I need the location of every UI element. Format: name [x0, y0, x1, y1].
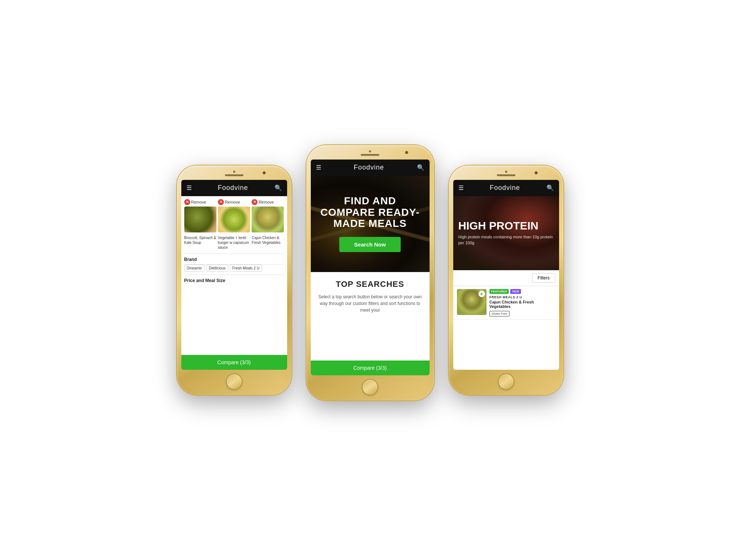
- meal-name-1: Broccoli, Spinach & Kale Soup: [184, 235, 216, 250]
- meal-thumb-3: [252, 207, 284, 232]
- phone-bottom-center: [306, 375, 434, 400]
- meal-card-name: Cajun Chicken & Fresh Vegetables: [490, 300, 555, 309]
- remove-label-1: Remove: [191, 200, 206, 204]
- app-title-right: Foodvine: [490, 184, 520, 192]
- screen-right: ☰ Foodvine 🔍 HIGH PROTEIN High protein m…: [453, 180, 559, 370]
- top-searches-section: TOP SEARCHES Select a top search button …: [311, 272, 430, 361]
- search-icon-left[interactable]: 🔍: [275, 184, 282, 191]
- tag-new: NEW: [510, 289, 521, 294]
- meal-name-2: Vegetable + lentil burger w capsicum sau…: [218, 235, 250, 250]
- home-button-center[interactable]: [362, 379, 378, 395]
- remove-label-2: Remove: [225, 200, 240, 204]
- top-searches-desc: Select a top search button below or sear…: [317, 294, 424, 313]
- phone-right: ☰ Foodvine 🔍 HIGH PROTEIN High protein m…: [449, 165, 564, 395]
- app-header-center: ☰ Foodvine 🔍: [311, 160, 430, 176]
- meal-card-image: +: [457, 289, 487, 315]
- filters-button[interactable]: Filters: [532, 273, 555, 283]
- hamburger-icon-left[interactable]: ☰: [186, 184, 192, 191]
- app-title-center: Foodvine: [354, 164, 384, 171]
- camera-left: [263, 171, 266, 174]
- screen-wrapper-right: ☰ Foodvine 🔍 HIGH PROTEIN High protein m…: [453, 180, 559, 370]
- remove-x-1: ✕: [184, 199, 190, 205]
- remove-row: ✕ Remove ✕ Remove ✕ Remove: [181, 196, 287, 207]
- meal-card-brand: FRESH MEALS 2 U: [490, 295, 555, 299]
- phone-bottom-right: [449, 370, 564, 395]
- tag-featured: FEATURED: [490, 289, 509, 294]
- top-searches-title: TOP SEARCHES: [317, 279, 424, 289]
- meal-card-tags: FEATURED NEW: [490, 289, 555, 294]
- brand-section-label: Brand: [181, 254, 287, 264]
- brand-tag-1[interactable]: Dineamic: [184, 265, 205, 272]
- hero-subtitle-right: High protein meals containing more than …: [458, 234, 554, 246]
- remove-btn-2[interactable]: ✕ Remove: [218, 199, 250, 205]
- filters-bar: Filters: [453, 270, 559, 286]
- hero-title-center: FIND AND COMPARE READY-MADE MEALS: [318, 195, 422, 229]
- meal-names-row: Broccoli, Spinach & Kale Soup Vegetable …: [181, 235, 287, 254]
- speaker-bar-center: [361, 154, 379, 156]
- meal-card-right: + FEATURED NEW FRESH MEALS 2 U Cajun Chi…: [453, 286, 559, 320]
- screen-center: ☰ Foodvine 🔍 FIND AND COMPARE READY-MADE…: [311, 160, 430, 375]
- plus-badge[interactable]: +: [478, 291, 485, 297]
- phone-bottom-left: [177, 370, 292, 395]
- compare-bar-left[interactable]: Compare (3/3): [181, 355, 287, 370]
- meal-thumb-2: [218, 207, 250, 232]
- brand-tag-2[interactable]: Dietlicious: [206, 265, 228, 272]
- compare-label-center: Compare (3/3): [353, 365, 387, 371]
- hero-section-center: FIND AND COMPARE READY-MADE MEALS Search…: [311, 176, 430, 272]
- hero-bg-center: FIND AND COMPARE READY-MADE MEALS Search…: [311, 176, 430, 272]
- compare-bar-center[interactable]: Compare (3/3): [311, 361, 430, 375]
- meal-images-row: [181, 207, 287, 235]
- compare-label-left: Compare (3/3): [217, 359, 250, 365]
- phone-top-right: [449, 165, 564, 180]
- hero-bg-right: HIGH PROTEIN High protein meals containi…: [453, 196, 559, 270]
- remove-btn-3[interactable]: ✕ Remove: [252, 199, 284, 205]
- phone-top-center: [306, 145, 434, 160]
- remove-btn-1[interactable]: ✕ Remove: [184, 199, 216, 205]
- search-icon-right[interactable]: 🔍: [546, 184, 554, 191]
- app-header-left: ☰ Foodvine 🔍: [181, 180, 287, 196]
- home-button-left[interactable]: [226, 373, 242, 390]
- remove-x-3: ✕: [252, 199, 258, 205]
- remove-x-2: ✕: [218, 199, 224, 205]
- search-now-button[interactable]: Search Now: [339, 237, 401, 252]
- screen-wrapper-left: ☰ Foodvine 🔍 ✕ Remove ✕ Remove ✕: [181, 180, 287, 370]
- camera-right: [535, 171, 538, 174]
- camera-dot-right: [505, 171, 507, 173]
- hamburger-icon-center[interactable]: ☰: [316, 164, 321, 171]
- search-icon-center[interactable]: 🔍: [417, 164, 424, 171]
- phone-left: ☰ Foodvine 🔍 ✕ Remove ✕ Remove ✕: [177, 165, 292, 395]
- hero-title-right: HIGH PROTEIN: [458, 220, 539, 231]
- app-header-right: ☰ Foodvine 🔍: [453, 180, 559, 196]
- camera-dot-left: [233, 171, 235, 173]
- phone-center: ☰ Foodvine 🔍 FIND AND COMPARE READY-MADE…: [306, 145, 434, 400]
- meal-card-info: FEATURED NEW FRESH MEALS 2 U Cajun Chick…: [490, 289, 555, 316]
- scene: ☰ Foodvine 🔍 ✕ Remove ✕ Remove ✕: [147, 130, 593, 430]
- brand-tags-row: Dineamic Dietlicious Fresh Meals 2 U: [181, 265, 287, 275]
- app-title-left: Foodvine: [218, 184, 248, 192]
- home-button-right[interactable]: [498, 373, 514, 390]
- hamburger-icon-right[interactable]: ☰: [458, 184, 464, 191]
- phone-top-left: [177, 165, 292, 180]
- speaker-bar-left: [225, 174, 243, 176]
- meal-thumb-1: [184, 207, 216, 232]
- speaker-bar-right: [497, 174, 515, 176]
- screen-left: ☰ Foodvine 🔍 ✕ Remove ✕ Remove ✕: [181, 180, 287, 370]
- meal-name-3: Cajun Chicken & Fresh Vegetables: [252, 235, 284, 250]
- screen-wrapper-center: ☰ Foodvine 🔍 FIND AND COMPARE READY-MADE…: [311, 160, 430, 375]
- brand-tag-3[interactable]: Fresh Meals 2 U: [230, 265, 262, 272]
- meal-card-badge: Gluten Free: [490, 311, 509, 316]
- remove-label-3: Remove: [259, 200, 274, 204]
- hero-section-right: HIGH PROTEIN High protein meals containi…: [453, 196, 559, 270]
- camera-dot-center: [369, 150, 371, 152]
- camera-center: [405, 151, 408, 154]
- price-section-label: Price and Meal Size: [181, 275, 287, 285]
